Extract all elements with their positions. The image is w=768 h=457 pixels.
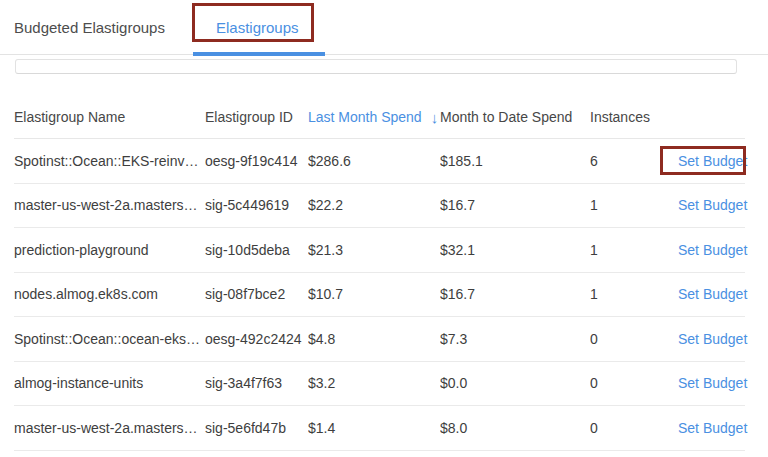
column-header-instances[interactable]: Instances — [590, 109, 678, 125]
column-header-elastigroup-name[interactable]: Elastigroup Name — [14, 109, 205, 125]
cell-month-to-date-spend: $16.7 — [440, 286, 590, 302]
set-budget-link[interactable]: Set Budget — [678, 375, 747, 391]
cell-month-to-date-spend: $0.0 — [440, 375, 590, 391]
cell-instances: 1 — [590, 197, 678, 213]
cell-elastigroup-name: almog-instance-units — [14, 375, 205, 391]
cell-elastigroup-id: sig-08f7bce2 — [205, 286, 308, 302]
cell-last-month-spend: $286.6 — [308, 153, 440, 169]
column-header-elastigroup-id[interactable]: Elastigroup ID — [205, 109, 308, 125]
cell-month-to-date-spend: $32.1 — [440, 242, 590, 258]
tab-bar: Budgeted Elastigroups Elastigroups — [0, 0, 768, 55]
cell-elastigroup-name: master-us-west-2a.masters… — [14, 420, 205, 436]
elastigroups-table: Elastigroup Name Elastigroup ID Last Mon… — [14, 96, 745, 451]
cell-last-month-spend: $4.8 — [308, 331, 440, 347]
cell-elastigroup-name: master-us-west-2a.masters… — [14, 197, 205, 213]
table-row: prediction-playground sig-10d5deba $21.3… — [14, 228, 745, 273]
cell-last-month-spend: $10.7 — [308, 286, 440, 302]
table-row: Spotinst::Ocean::ocean-eks… oesg-492c242… — [14, 317, 745, 362]
cell-instances: 1 — [590, 242, 678, 258]
cell-instances: 1 — [590, 286, 678, 302]
cell-month-to-date-spend: $7.3 — [440, 331, 590, 347]
set-budget-link[interactable]: Set Budget — [678, 420, 747, 436]
column-header-last-month-spend[interactable]: Last Month Spend ↓ — [308, 109, 440, 126]
table-row: Spotinst::Ocean::EKS-reinv… oesg-9f19c41… — [14, 139, 745, 184]
cell-last-month-spend: $1.4 — [308, 420, 440, 436]
cell-elastigroup-id: oesg-492c2424 — [205, 331, 308, 347]
table-row: almog-instance-units sig-3a4f7f63 $3.2 $… — [14, 362, 745, 407]
set-budget-link[interactable]: Set Budget — [678, 286, 747, 302]
cell-elastigroup-name: prediction-playground — [14, 242, 205, 258]
tab-budgeted-elastigroups[interactable]: Budgeted Elastigroups — [14, 0, 165, 54]
cell-elastigroup-name: Spotinst::Ocean::ocean-eks… — [14, 331, 205, 347]
set-budget-link[interactable]: Set Budget — [678, 242, 747, 258]
cell-instances: 6 — [590, 153, 678, 169]
cell-last-month-spend: $22.2 — [308, 197, 440, 213]
column-header-month-to-date-spend[interactable]: Month to Date Spend — [440, 109, 590, 125]
cell-instances: 0 — [590, 331, 678, 347]
cell-instances: 0 — [590, 375, 678, 391]
table-row: master-us-west-2a.masters… sig-5e6fd47b … — [14, 406, 745, 451]
cell-month-to-date-spend: $185.1 — [440, 153, 590, 169]
cell-elastigroup-name: Spotinst::Ocean::EKS-reinv… — [14, 153, 205, 169]
elastigroups-page: Budgeted Elastigroups Elastigroups Elast… — [0, 0, 768, 457]
sort-descending-icon: ↓ — [431, 109, 439, 126]
set-budget-link[interactable]: Set Budget — [678, 153, 747, 169]
cell-month-to-date-spend: $8.0 — [440, 420, 590, 436]
cell-last-month-spend: $3.2 — [308, 375, 440, 391]
cell-elastigroup-id: sig-5c449619 — [205, 197, 308, 213]
table-row: master-us-west-2a.masters… sig-5c449619 … — [14, 184, 745, 229]
cell-elastigroup-id: sig-10d5deba — [205, 242, 308, 258]
tab-elastigroups[interactable]: Elastigroups — [216, 0, 299, 54]
cell-elastigroup-id: sig-5e6fd47b — [205, 420, 308, 436]
cell-instances: 0 — [590, 420, 678, 436]
cell-elastigroup-name: nodes.almog.ek8s.com — [14, 286, 205, 302]
table-row: nodes.almog.ek8s.com sig-08f7bce2 $10.7 … — [14, 273, 745, 318]
cell-elastigroup-id: sig-3a4f7f63 — [205, 375, 308, 391]
active-tab-underline — [193, 52, 325, 56]
set-budget-link[interactable]: Set Budget — [678, 197, 747, 213]
filter-input[interactable] — [15, 59, 737, 74]
table-header-row: Elastigroup Name Elastigroup ID Last Mon… — [14, 96, 745, 139]
set-budget-link[interactable]: Set Budget — [678, 331, 747, 347]
cell-elastigroup-id: oesg-9f19c414 — [205, 153, 308, 169]
column-header-last-month-spend-label: Last Month Spend — [308, 109, 422, 125]
cell-month-to-date-spend: $16.7 — [440, 197, 590, 213]
cell-last-month-spend: $21.3 — [308, 242, 440, 258]
